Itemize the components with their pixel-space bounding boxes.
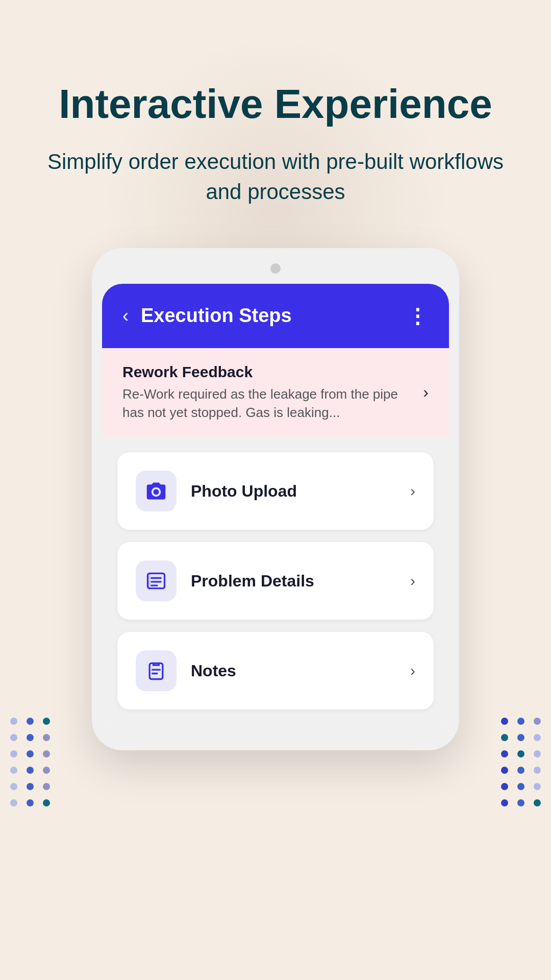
- svg-rect-5: [148, 574, 151, 589]
- dot: [10, 750, 17, 757]
- phone-mockup: ‹ Execution Steps ⋮ Rework Feedback Re-W…: [92, 248, 459, 751]
- dot: [517, 783, 524, 790]
- step-chevron-problem-details: ›: [410, 572, 415, 590]
- step-label-photo-upload: Photo Upload: [191, 482, 396, 501]
- page-content: Interactive Experience Simplify order ex…: [0, 0, 551, 750]
- dot: [501, 783, 508, 790]
- dot: [534, 750, 541, 757]
- dot: [43, 767, 50, 774]
- dot: [501, 767, 508, 774]
- rework-banner[interactable]: Rework Feedback Re-Work required as the …: [102, 348, 449, 437]
- main-title: Interactive Experience: [28, 82, 522, 127]
- phone-notch: [270, 263, 281, 274]
- more-icon[interactable]: ⋮: [407, 304, 429, 328]
- dot: [517, 767, 524, 774]
- rework-text: Re-Work required as the leakage from the…: [122, 385, 413, 422]
- dot: [43, 783, 50, 790]
- dot: [517, 799, 524, 806]
- header-left: ‹ Execution Steps: [122, 305, 292, 327]
- step-card-photo-upload[interactable]: Photo Upload ›: [117, 452, 434, 530]
- dot: [27, 750, 34, 757]
- dot: [27, 799, 34, 806]
- step-card-problem-details[interactable]: Problem Details ›: [117, 542, 434, 620]
- step-icon-notes: [136, 650, 177, 691]
- dot: [10, 799, 17, 806]
- header-title: Execution Steps: [141, 305, 292, 327]
- rework-title: Rework Feedback: [122, 363, 413, 381]
- step-label-problem-details: Problem Details: [191, 572, 396, 591]
- dot: [534, 783, 541, 790]
- app-header: ‹ Execution Steps ⋮: [102, 284, 449, 348]
- back-icon[interactable]: ‹: [122, 305, 129, 327]
- dot: [517, 750, 524, 757]
- subtitle: Simplify order execution with pre-built …: [0, 147, 551, 207]
- rework-content: Rework Feedback Re-Work required as the …: [122, 363, 413, 422]
- dot: [27, 767, 34, 774]
- dot: [27, 783, 34, 790]
- dot: [501, 799, 508, 806]
- step-icon-problem-details: [136, 560, 177, 601]
- dot: [43, 750, 50, 757]
- step-icon-photo-upload: [136, 471, 177, 511]
- dot: [501, 750, 508, 757]
- rework-chevron: ›: [423, 383, 429, 402]
- dot: [534, 767, 541, 774]
- steps-list: Photo Upload › Problem Details ›: [102, 437, 449, 730]
- dot: [10, 783, 17, 790]
- svg-point-0: [154, 489, 159, 495]
- step-chevron-notes: ›: [410, 662, 415, 679]
- phone-screen: ‹ Execution Steps ⋮ Rework Feedback Re-W…: [102, 284, 449, 730]
- dot: [43, 799, 50, 806]
- dot: [534, 799, 541, 806]
- dot: [10, 767, 17, 774]
- step-chevron-photo-upload: ›: [410, 482, 415, 500]
- step-card-notes[interactable]: Notes ›: [117, 632, 434, 709]
- step-label-notes: Notes: [191, 662, 396, 680]
